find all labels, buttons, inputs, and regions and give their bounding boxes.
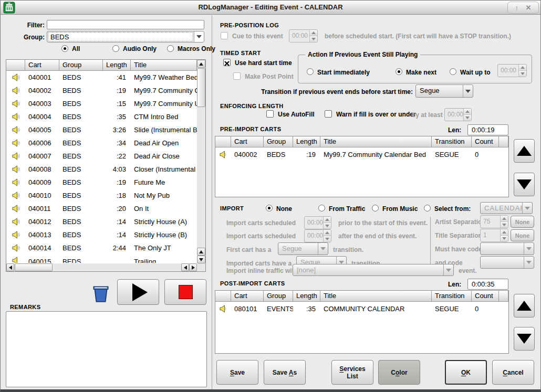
save-as-button[interactable]: Save As — [264, 360, 306, 385]
close-window-button[interactable]: ✕ — [526, 4, 532, 11]
column-header-length[interactable]: Length — [103, 60, 131, 71]
scroll-up-button[interactable] — [197, 60, 205, 68]
wait-up-to-label[interactable]: Wait up to — [460, 69, 491, 76]
vertical-scrollbar[interactable] — [197, 60, 205, 263]
post-import-cart-row[interactable]: 080101 EVENTS :35 COMMUNITY CALENDAR SEG… — [215, 302, 508, 315]
cart-list-row[interactable]: 040009 BEDS :19 Future Me — [6, 176, 197, 189]
import-none-label[interactable]: None — [276, 205, 292, 213]
column-header-transition[interactable]: Transition — [432, 291, 472, 302]
scope-radio-audio-only[interactable] — [112, 45, 119, 52]
scroll-up-button-2[interactable] — [197, 248, 205, 256]
filter-input[interactable] — [47, 20, 204, 29]
scroll-right-button[interactable] — [189, 263, 197, 271]
column-header-count[interactable]: Count — [472, 136, 499, 147]
scroll-down-button[interactable] — [197, 256, 205, 263]
stop-button[interactable] — [164, 279, 206, 305]
scope-radio-all[interactable] — [61, 45, 68, 52]
transition-before-start-select[interactable]: Segue — [415, 84, 473, 98]
column-header-title[interactable]: Title — [131, 60, 197, 71]
cart-list-row[interactable]: 040005 BEDS 3:26 Slide (Instrumental Bed… — [6, 123, 197, 136]
column-header-transition[interactable]: Transition — [432, 136, 472, 147]
warn-fill-checkbox[interactable] — [325, 110, 332, 118]
ok-button[interactable]: OK — [445, 360, 487, 385]
column-header-length[interactable]: Length — [293, 291, 320, 302]
import-select-from-label[interactable]: Select from: — [434, 205, 471, 213]
import-select-from-radio[interactable] — [424, 205, 431, 211]
scroll-left-button[interactable] — [6, 263, 14, 271]
cart-list-row[interactable]: 040004 BEDS :35 CTM Intro Bed — [6, 110, 197, 123]
delete-cart-button[interactable] — [91, 282, 112, 304]
chevron-down-icon — [318, 243, 328, 255]
group-select[interactable]: BEDS — [47, 31, 204, 43]
start-immediately-radio[interactable] — [307, 68, 314, 75]
column-header-title[interactable]: Title — [320, 291, 432, 302]
import-from-music-radio[interactable] — [372, 205, 379, 211]
import-from-traffic-radio[interactable] — [318, 205, 325, 211]
rdlogmanager-edit-event-window: RDLogManager - Editing Event - CALENDAR … — [0, 0, 541, 392]
column-header-icon[interactable] — [215, 136, 231, 147]
column-header-icon[interactable] — [215, 291, 231, 302]
cart-list-row[interactable]: 040007 BEDS :22 Dead Air Close — [6, 150, 197, 163]
cart-list-row-partial[interactable]: 040015 BEDS Trailing — [6, 255, 197, 263]
pre-import-move-up-button[interactable] — [514, 139, 535, 163]
column-header-length[interactable]: Length — [293, 136, 320, 147]
post-import-move-down-button[interactable] — [514, 327, 535, 351]
import-none-radio[interactable] — [266, 205, 273, 211]
use-hard-start-checkbox[interactable] — [223, 59, 231, 66]
cart-list-row[interactable]: 040010 BEDS :18 Not My Pub — [6, 189, 197, 202]
column-header-group[interactable]: Group — [264, 136, 293, 147]
cart-list-row[interactable]: 040003 BEDS :15 My99.7 Community Upd — [6, 97, 197, 110]
scope-radio-macros-only[interactable] — [167, 45, 174, 52]
cart-list-row[interactable]: 040014 BEDS 2:44 The Only JT — [6, 241, 197, 255]
color-button[interactable]: Color — [378, 360, 420, 385]
cart-list-row[interactable]: 040001 BEDS :41 My99.7 Weather Bed — [6, 71, 197, 84]
make-next-label[interactable]: Make next — [406, 69, 436, 76]
use-autofill-checkbox[interactable] — [266, 110, 274, 118]
title-bar[interactable]: RDLogManager - Editing Event - CALENDAR … — [1, 1, 540, 15]
spin-down-icon — [324, 236, 331, 242]
pre-position-log-heading: PRE-POSITION LOG — [220, 22, 279, 28]
column-header-icon[interactable] — [6, 60, 25, 71]
use-hard-start-label[interactable]: Use hard start time — [235, 59, 292, 67]
cart-list-row[interactable]: 040012 BEDS :14 Strictly House (A) — [6, 215, 197, 228]
import-from-traffic-label[interactable]: From Traffic — [329, 205, 365, 213]
shade-window-button[interactable]: ↑ — [515, 4, 519, 11]
column-header-cart[interactable]: Cart — [231, 291, 264, 302]
remarks-textarea[interactable] — [6, 311, 207, 387]
wait-up-to-radio[interactable] — [450, 68, 456, 75]
chevron-down-icon[interactable] — [194, 31, 204, 42]
cart-list-row[interactable]: 040006 BEDS :34 Dead Air Open — [6, 136, 197, 150]
sched-prior-spinbox: 00:00 — [304, 216, 331, 229]
vertical-scrollbar-thumb[interactable] — [197, 68, 205, 107]
pre-import-move-down-button[interactable] — [514, 173, 535, 196]
chevron-down-icon — [524, 243, 534, 255]
chevron-down-icon[interactable] — [463, 85, 473, 97]
services-list-button[interactable]: Services List — [331, 360, 373, 385]
play-button[interactable] — [117, 279, 159, 305]
cancel-button[interactable]: Cancel — [492, 360, 534, 385]
import-from-music-label[interactable]: From Music — [382, 205, 418, 213]
make-next-radio[interactable] — [396, 68, 402, 75]
scroll-left-button-2[interactable] — [181, 263, 189, 271]
scope-label-all[interactable]: All — [72, 45, 80, 52]
start-immediately-label[interactable]: Start immediately — [317, 69, 370, 76]
column-header-group[interactable]: Group — [59, 60, 103, 71]
column-header-count[interactable]: Count — [472, 291, 499, 302]
cart-list-row[interactable]: 040011 BEDS :20 On It — [6, 202, 197, 215]
horizontal-scrollbar[interactable] — [6, 263, 197, 271]
save-button[interactable]: Save — [216, 360, 258, 385]
scope-label-audio-only[interactable]: Audio Only — [123, 45, 157, 52]
horizontal-scrollbar-thumb[interactable] — [15, 263, 53, 271]
cart-list-row[interactable]: 040013 BEDS :14 Strictly House (B) — [6, 228, 197, 241]
cart-list-row[interactable]: 040002 BEDS :19 My99.7 Community Calenda… — [6, 84, 197, 97]
column-header-title[interactable]: Title — [320, 136, 432, 147]
warn-fill-label[interactable]: Warn if fill is over or under — [336, 111, 416, 118]
cart-list-row[interactable]: 040008 BEDS 4:03 Closer (Instrumental Be… — [6, 163, 197, 176]
use-autofill-label[interactable]: Use AutoFill — [278, 111, 315, 118]
column-header-cart[interactable]: Cart — [25, 60, 59, 71]
scope-label-macros-only[interactable]: Macros Only — [178, 45, 215, 52]
column-header-group[interactable]: Group — [264, 291, 293, 302]
post-import-move-up-button[interactable] — [514, 294, 535, 317]
pre-import-cart-row[interactable]: 040002 BEDS :19 My99.7 Community Calenda… — [215, 147, 508, 161]
column-header-cart[interactable]: Cart — [231, 136, 264, 147]
